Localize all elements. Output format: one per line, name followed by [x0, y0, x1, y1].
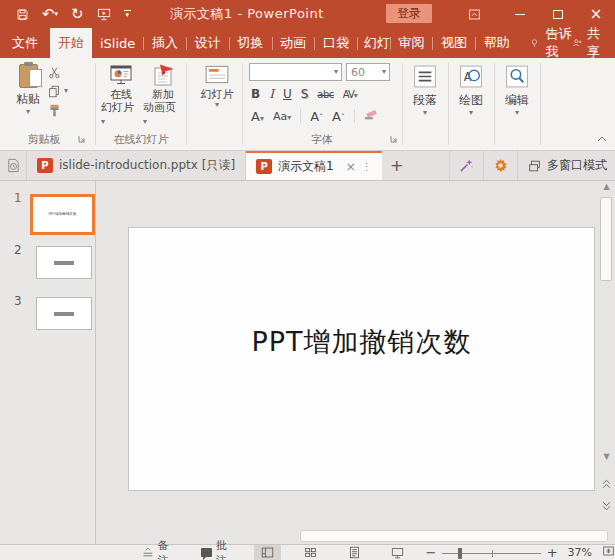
notes-toggle-button[interactable]: 备注 — [142, 538, 179, 560]
zoom-level-label[interactable]: 37% — [568, 546, 592, 559]
underline-button[interactable]: U — [283, 87, 292, 101]
paragraph-dropdown-icon: ▾ — [423, 109, 427, 117]
online-slides-button[interactable]: 在线 幻灯片 ▾ — [101, 62, 141, 127]
gear-icon — [493, 158, 508, 173]
new-animation-label-1: 新加 — [152, 88, 174, 101]
scroll-down-icon[interactable]: ▼ — [599, 452, 614, 462]
slide-thumbnail-3[interactable] — [36, 297, 92, 330]
collapse-ribbon-button[interactable] — [597, 131, 607, 145]
horizontal-scrollbar-thumb[interactable] — [300, 530, 608, 542]
scroll-up-icon[interactable]: ▲ — [599, 182, 614, 192]
tab-design[interactable]: 设计 — [187, 28, 229, 58]
zoom-in-button[interactable]: + — [547, 545, 558, 560]
font-size-combo[interactable]: 60 ▾ — [346, 63, 390, 81]
clipboard-dialog-launcher[interactable] — [78, 132, 86, 146]
tab-slideshow[interactable]: 幻灯片 — [358, 28, 390, 58]
slide-thumbnail-2[interactable] — [36, 246, 92, 279]
change-case-dropdown-icon: ▾ — [287, 113, 291, 122]
tab-help[interactable]: 帮助 — [476, 28, 518, 58]
maximize-button[interactable] — [539, 0, 577, 28]
tab-file[interactable]: 文件 — [0, 28, 50, 58]
tab-animations[interactable]: 动画 — [272, 28, 314, 58]
tab-view[interactable]: 视图 — [433, 28, 475, 58]
clear-formatting-button[interactable] — [364, 108, 378, 124]
thumbnail-text-placeholder — [54, 312, 74, 316]
minimize-button[interactable] — [501, 0, 539, 28]
tab-home[interactable]: 开始 — [50, 28, 92, 58]
copy-button[interactable]: ▾ — [48, 84, 68, 98]
new-tab-button[interactable]: + — [382, 151, 412, 180]
document-tab-presentation1[interactable]: P 演示文稿1 × ⋮ — [246, 151, 382, 180]
drawing-group-button[interactable]: A 绘图 ▾ — [450, 64, 492, 117]
close-button[interactable]: × — [577, 0, 615, 28]
save-icon — [16, 8, 29, 21]
vertical-scrollbar[interactable]: ▲ ▼ — [599, 182, 614, 522]
normal-view-button[interactable] — [254, 545, 281, 560]
new-animation-page-button[interactable]: 新加 动画页 ▾ — [143, 62, 183, 127]
copy-icon — [48, 85, 61, 98]
format-painter-button[interactable] — [48, 103, 68, 117]
slide-thumbnail-1[interactable]: PPT增加撤销次数 — [30, 194, 95, 235]
redo-button[interactable]: ↻ — [71, 7, 84, 22]
zoom-slider[interactable] — [442, 547, 540, 559]
cut-button[interactable] — [48, 65, 68, 79]
tab-review[interactable]: 审阅 — [390, 28, 432, 58]
font-name-combo[interactable]: ▾ — [249, 63, 342, 81]
editing-group-button[interactable]: 编辑 ▾ — [496, 64, 538, 117]
start-slideshow-button[interactable] — [97, 8, 111, 21]
change-case-button[interactable]: Aa▾ — [273, 110, 291, 123]
ribbon-display-options-button[interactable] — [455, 0, 493, 28]
document-tab-islide-introduction[interactable]: P islide-introduction.pptx [只读] — [27, 151, 246, 180]
font-color-button[interactable]: A▾ — [251, 109, 264, 124]
zoom-slider-thumb[interactable] — [458, 548, 462, 559]
tell-me-button[interactable]: 告诉我 — [530, 28, 573, 58]
font-dialog-launcher[interactable] — [390, 132, 398, 146]
signin-button[interactable]: 登录 — [386, 4, 432, 23]
shrink-font-button[interactable]: Aˇ — [332, 109, 345, 124]
slideshow-view-button[interactable] — [384, 545, 411, 560]
tab-transitions[interactable]: 切换 — [230, 28, 272, 58]
settings-gear-button[interactable] — [483, 151, 517, 180]
clipboard-group-label: 剪贴板 — [0, 132, 88, 147]
notes-icon — [142, 547, 154, 558]
tab-pocket[interactable]: 口袋 — [315, 28, 357, 58]
customize-qat-button[interactable]: ▾ — [124, 10, 131, 19]
slides-button[interactable]: 幻灯片 ▾ — [196, 62, 238, 109]
multi-window-icon — [527, 159, 542, 173]
character-spacing-button[interactable]: AV▾ — [343, 89, 357, 100]
slide-sorter-view-button[interactable] — [297, 545, 324, 560]
italic-button[interactable]: I — [269, 87, 274, 101]
multi-window-label: 多窗口模式 — [547, 157, 607, 174]
zoom-out-button[interactable]: − — [426, 545, 437, 560]
strikethrough-button[interactable]: abc — [317, 89, 333, 100]
grow-font-button[interactable]: Aˆ — [310, 109, 323, 124]
close-tab-icon[interactable]: × — [346, 160, 356, 174]
paste-button[interactable]: 粘贴 ▾ — [8, 62, 48, 116]
slide-title-text[interactable]: PPT增加撤销次数 — [129, 324, 594, 360]
share-button[interactable]: 共享 — [572, 28, 605, 58]
reading-view-button[interactable] — [341, 545, 368, 560]
slide-number: 1 — [14, 191, 22, 205]
spacing-dropdown-icon: ▾ — [354, 91, 357, 100]
previous-slide-button[interactable] — [600, 475, 613, 493]
recent-document-icon — [6, 158, 21, 173]
paragraph-group-button[interactable]: 段落 ▾ — [404, 64, 446, 117]
multi-window-mode-button[interactable]: 多窗口模式 — [517, 151, 615, 180]
bold-button[interactable]: B — [251, 87, 260, 101]
window-controls: × — [455, 0, 615, 28]
comments-toggle-button[interactable]: 批注 — [201, 538, 237, 560]
magic-wand-button[interactable] — [449, 151, 483, 180]
vertical-scrollbar-thumb[interactable] — [600, 197, 612, 281]
undo-button[interactable]: ↶▾ — [42, 7, 58, 22]
text-shadow-button[interactable]: S — [301, 87, 309, 101]
next-slide-button[interactable] — [600, 497, 613, 515]
editing-label: 编辑 — [505, 92, 529, 109]
tab-islide[interactable]: iSlide — [92, 28, 143, 58]
tab-options-icon[interactable]: ⋮ — [362, 161, 372, 172]
save-button[interactable] — [16, 8, 29, 21]
slide-canvas[interactable]: PPT增加撤销次数 — [128, 227, 595, 491]
paste-icon — [19, 64, 38, 88]
tab-insert[interactable]: 插入 — [144, 28, 186, 58]
fit-to-window-button[interactable] — [602, 545, 615, 560]
recent-files-button[interactable] — [0, 151, 27, 180]
